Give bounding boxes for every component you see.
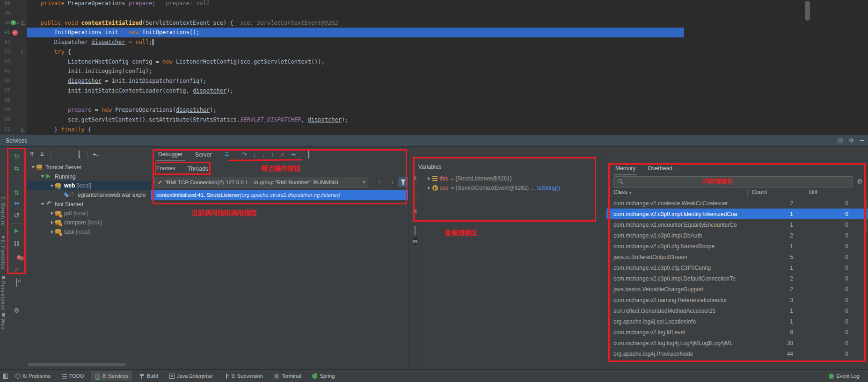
watch-return-values-icon[interactable]: ∞	[408, 237, 422, 245]
memory-class-row[interactable]: org.apache.log4j.ProvisionNode440	[606, 349, 868, 360]
stack-frame-row[interactable]: contextInitialized:41, StrutsListener (o…	[151, 190, 408, 200]
code-line[interactable]: 48	[0, 96, 868, 106]
tab-overhead[interactable]: Overhead	[646, 162, 674, 175]
line-number[interactable]: 43	[0, 47, 10, 57]
tostring-link[interactable]: toString()	[537, 185, 560, 191]
memory-class-row[interactable]: com.mchange.v2.c3p0.cfg.C3P0Config10	[606, 262, 868, 273]
sidebar-item-web[interactable]: Web	[0, 313, 6, 330]
refresh-icon[interactable]: ↺	[7, 211, 27, 220]
settings-gear-icon[interactable]: ⚙	[848, 137, 854, 144]
rerun-icon[interactable]: ↻	[7, 152, 27, 161]
new-frame-icon[interactable]	[74, 151, 84, 158]
line-number[interactable]: 48	[0, 96, 10, 106]
memory-scrollbar[interactable]	[864, 199, 867, 232]
chevron-down-icon[interactable]	[30, 164, 36, 170]
code-editor[interactable]: 38 private PrepareOperations prepare; pr…	[0, 0, 868, 135]
rerun-debug-icon[interactable]: ⇆	[7, 165, 27, 172]
run-method-icon[interactable]: ▸	[11, 20, 16, 25]
resume-icon[interactable]: ▶	[7, 227, 27, 234]
fold-marker-icon[interactable]: −	[21, 128, 25, 132]
variable-row-this[interactable]: this= {StrutsListener@9261}	[426, 174, 604, 183]
collapse-all-icon[interactable]: ⇊	[37, 151, 47, 158]
tree-item-task[interactable]: task[local]	[27, 227, 151, 237]
chevron-right-icon[interactable]	[49, 221, 55, 224]
line-number[interactable]: 47	[0, 86, 10, 96]
sidebar-item-persistence[interactable]: Persistence	[0, 276, 6, 310]
tab-frames[interactable]: Frames	[154, 163, 177, 174]
tab-debugger[interactable]: Debugger	[156, 148, 185, 161]
code-line[interactable]: 50 sce.getServletContext().setAttribute(…	[0, 115, 868, 125]
tab-server[interactable]: Server	[193, 148, 213, 161]
memory-class-row[interactable]: java.io.BufferedOutputStream50	[606, 252, 868, 262]
expand-all-icon[interactable]: ⇈	[27, 151, 37, 158]
column-header-diff[interactable]: Diff	[809, 189, 817, 195]
next-frame-icon[interactable]: ↓	[391, 178, 394, 186]
step-into-icon[interactable]: ↓	[253, 151, 256, 158]
tree-item-compare[interactable]: compare[local]	[27, 218, 151, 227]
code-line[interactable]: 47 init.initStaticContentLoader(config, …	[0, 86, 868, 96]
statusbar-item-problems[interactable]: 6: Problems	[12, 371, 54, 381]
line-number[interactable]: 44	[0, 57, 10, 67]
column-header-class[interactable]: Class▾	[613, 189, 632, 195]
hide-frames-filter-icon[interactable]	[398, 177, 408, 187]
memory-settings-gear-icon[interactable]: ⚙	[857, 178, 863, 185]
statusbar-item-svn[interactable]: 9: Subversion	[220, 371, 267, 381]
tool-windows-icon[interactable]	[0, 372, 12, 381]
duplicate-icon[interactable]	[408, 226, 422, 235]
tab-threads[interactable]: Threads	[186, 163, 210, 174]
code-line[interactable]: 43− try {	[0, 47, 868, 57]
column-header-count[interactable]: Count	[752, 189, 767, 195]
panel-divider[interactable]	[606, 147, 606, 369]
remove-watch-icon[interactable]: −	[408, 190, 422, 198]
memory-class-row[interactable]: com.mchange.v2.c3p0.impl.DefaultConnecti…	[606, 273, 868, 284]
variable-row-sce[interactable]: psce= {ServletContextEvent@9262} ...toSt…	[426, 183, 604, 193]
memory-class-row[interactable]: sun.reflect.GeneratedMethodAccessor2510	[606, 305, 868, 316]
statusbar-item-services[interactable]: 8: Services	[91, 371, 131, 381]
tree-item-egrantshanxiwebwar[interactable]: egrantshanxiweb:war explo	[27, 190, 151, 200]
tree-horizontal-scrollbar[interactable]	[28, 363, 126, 366]
code-line[interactable]: 38 private PrepareOperations prepare; pr…	[0, 0, 868, 8]
editor-scrollbar[interactable]	[805, 1, 810, 21]
deployed-artifacts-icon[interactable]: ◆◆	[7, 201, 27, 205]
statusbar-item-build[interactable]: Build	[136, 371, 162, 381]
memory-search-box[interactable]	[613, 176, 853, 187]
chevron-right-icon[interactable]	[426, 177, 431, 180]
line-number[interactable]: 42	[0, 37, 10, 47]
line-number[interactable]: 50	[0, 115, 10, 125]
statusbar-item-eventlog[interactable]: Event Log	[825, 371, 863, 381]
sidebar-item-favorites[interactable]: ★2: Favorites	[0, 235, 6, 269]
chevron-right-icon[interactable]	[426, 186, 431, 190]
memory-class-row[interactable]: java.beans.VetoableChangeSupport20	[606, 284, 868, 295]
panel-divider[interactable]	[151, 147, 151, 369]
strip-gear-icon[interactable]: ⚙	[7, 307, 27, 314]
add-service-icon[interactable]: +▾	[90, 151, 101, 158]
evaluate-expression-icon[interactable]	[308, 151, 309, 158]
previous-frame-icon[interactable]: ↑	[378, 178, 381, 186]
chevron-right-icon[interactable]	[49, 211, 55, 215]
memory-class-row[interactable]: com.mchange.v2.encounter.EqualityEncount…	[606, 219, 868, 230]
memory-class-row[interactable]: com.mchange.v2.log.log4j.Log4jMLog$Log4j…	[606, 338, 868, 349]
line-number[interactable]: 38	[0, 0, 10, 8]
statusbar-item-todo[interactable]: TODO	[58, 371, 88, 381]
line-number[interactable]: 51	[0, 125, 10, 135]
tree-item-tomcat[interactable]: Tomcat Server	[27, 163, 151, 172]
line-number[interactable]: 41	[0, 28, 10, 37]
drop-frame-icon[interactable]: ✕	[280, 151, 284, 158]
panel-divider[interactable]	[408, 147, 408, 369]
code-line[interactable]: 39	[0, 8, 868, 18]
memory-class-row[interactable]: com.mchange.v2.coalesce.WeakCcCoalescer2…	[606, 198, 868, 209]
camera-icon[interactable]	[7, 279, 27, 287]
line-number[interactable]: 39	[0, 8, 10, 18]
tree-item-running[interactable]: Running	[27, 172, 151, 181]
code-line[interactable]: 46 dispatcher = init.initDispatcher(conf…	[0, 76, 868, 86]
breakpoint-slash-icon[interactable]: ∕	[7, 266, 27, 273]
force-step-into-icon[interactable]: ↓	[262, 151, 265, 158]
line-number[interactable]: 45	[0, 66, 10, 76]
memory-class-row[interactable]: com.mchange.v2.c3p0.impl.IdentityTokeniz…	[606, 209, 868, 219]
tree-item-not[interactable]: Not Started	[27, 200, 151, 209]
sidebar-item-structure[interactable]: 7: Structure	[0, 196, 6, 226]
pause-icon[interactable]	[7, 241, 27, 246]
code-line[interactable]: 44 ListenerHostConfig config = new Liste…	[0, 57, 868, 67]
step-over-icon[interactable]: ↷	[241, 151, 247, 158]
thread-dropdown[interactable]: ✔ "RMI TCP Connection(2)-127.0.0.1... in…	[154, 177, 368, 187]
